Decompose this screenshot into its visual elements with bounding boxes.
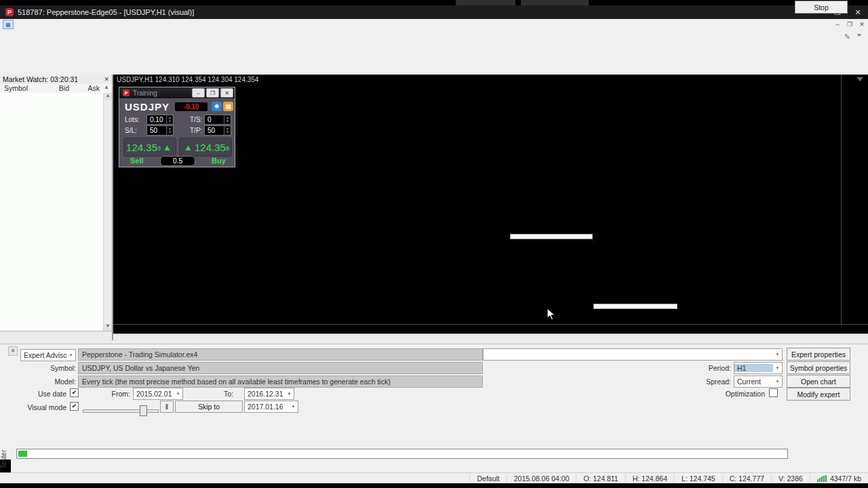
optimization-checkbox[interactable] bbox=[769, 388, 778, 397]
strategy-tester-panel: ✕ Expert Advisor▾ Pepperstone - Trading … bbox=[0, 344, 868, 447]
column-symbol[interactable]: Symbol bbox=[4, 84, 28, 92]
tester-panel-tab[interactable]: Tester bbox=[0, 445, 11, 472]
use-date-checkbox[interactable]: ✔ bbox=[70, 388, 79, 397]
pin-icon[interactable]: ✎ bbox=[844, 33, 850, 41]
line-studies-toolbar bbox=[0, 55, 868, 66]
training-minimize-button[interactable]: – bbox=[192, 88, 205, 98]
expert-advisor-selector[interactable]: Expert Advisor▾ bbox=[20, 349, 76, 361]
ts-spinner[interactable]: ▲▼ bbox=[224, 115, 231, 124]
optimization-label: Optimization bbox=[719, 390, 765, 398]
period-label: Period: bbox=[681, 364, 731, 372]
training-title: Training bbox=[133, 89, 157, 97]
child-minimize-button[interactable]: – bbox=[831, 21, 844, 28]
chart-context-menu bbox=[510, 234, 593, 239]
statusbar: Default 2015.08.06 04:00 O: 124.811 H: 1… bbox=[0, 472, 868, 483]
visual-mode-label: Visual mode bbox=[12, 403, 66, 411]
trailing-stop-input[interactable]: 0▲▼ bbox=[204, 115, 231, 125]
panel-grid-icon[interactable]: ▦ bbox=[223, 102, 233, 111]
column-ask[interactable]: Ask bbox=[87, 84, 100, 92]
buy-price-button[interactable]: ▲ 124.358 bbox=[179, 138, 232, 157]
ts-label: T/S: bbox=[190, 116, 202, 123]
visual-speed-slider[interactable] bbox=[83, 409, 159, 413]
tester-progress-row bbox=[0, 447, 868, 460]
market-watch-column-headers[interactable]: Symbol Bid Ask ▲ bbox=[0, 84, 112, 94]
app-logo-icon: P bbox=[5, 8, 14, 16]
market-watch-title: Market Watch: 03:20:31 bbox=[3, 75, 78, 83]
chat-icon[interactable]: ❞ bbox=[857, 33, 861, 41]
status-volume: V: 2386 bbox=[771, 474, 810, 483]
status-profile[interactable]: Default bbox=[469, 474, 506, 483]
status-high: H: 124.864 bbox=[625, 474, 674, 483]
period-selector[interactable]: H1▾ bbox=[734, 362, 783, 374]
scroll-end-marker-icon bbox=[856, 77, 863, 81]
expert-properties-button[interactable]: Expert properties bbox=[787, 348, 850, 361]
close-button[interactable]: ✕ bbox=[848, 5, 868, 19]
column-bid[interactable]: Bid bbox=[59, 84, 69, 92]
from-date-input[interactable]: 2015.02.01▾ bbox=[133, 388, 183, 400]
status-low: L: 124.745 bbox=[674, 474, 722, 483]
market-watch-panel: Market Watch: 03:20:31 ✕ Symbol Bid Ask … bbox=[0, 75, 113, 340]
training-titlebar[interactable]: P Training – ❐ ✕ bbox=[119, 87, 235, 98]
spread-display: 0.5 bbox=[160, 156, 195, 166]
status-open: O: 124.811 bbox=[576, 474, 625, 483]
price-axis[interactable] bbox=[841, 75, 868, 324]
model-field[interactable]: Every tick (the most precise method base… bbox=[78, 375, 483, 388]
sl-spinner[interactable]: ▲▼ bbox=[166, 126, 173, 135]
model-label: Model: bbox=[27, 378, 76, 386]
settings-gear-icon[interactable]: ✱ bbox=[212, 102, 222, 111]
test-progress-bar bbox=[16, 449, 788, 459]
window-title: 518787: Pepperstone-Edge05 - [USDJPY,H1 … bbox=[18, 8, 194, 16]
menubar: ▦ – ❐ ✕ bbox=[0, 19, 868, 30]
symbol-label: Symbol: bbox=[27, 364, 76, 372]
training-close-button[interactable]: ✕ bbox=[220, 88, 233, 98]
modify-expert-button[interactable]: Modify expert bbox=[787, 388, 850, 401]
sell-price-button[interactable]: 124.353 ▲ bbox=[123, 138, 176, 157]
bottom-black-strip bbox=[0, 483, 868, 488]
take-profit-input[interactable]: 50▲▼ bbox=[204, 125, 231, 136]
open-chart-button[interactable]: Open chart bbox=[787, 375, 850, 388]
sell-button[interactable]: Sell bbox=[130, 157, 144, 165]
spread-label: Spread: bbox=[681, 378, 731, 386]
chart-window-icon[interactable]: ▦ bbox=[3, 20, 14, 29]
buy-button[interactable]: Buy bbox=[212, 157, 226, 165]
market-watch-close-icon[interactable]: ✕ bbox=[104, 76, 109, 83]
mouse-cursor bbox=[547, 308, 556, 321]
child-close-button[interactable]: ✕ bbox=[856, 21, 868, 28]
pause-button[interactable]: ‖ bbox=[160, 401, 174, 413]
lots-spinner[interactable]: ▲▼ bbox=[166, 115, 173, 124]
skip-date-input[interactable]: 2017.01.16▾ bbox=[244, 401, 298, 413]
lots-label: Lots: bbox=[125, 116, 140, 123]
to-date-input[interactable]: 2016.12.31▾ bbox=[244, 388, 294, 400]
lots-input[interactable]: 0.10▲▼ bbox=[146, 115, 174, 125]
symbol-properties-button[interactable]: Symbol properties bbox=[787, 361, 850, 374]
market-watch-scrollbar[interactable]: ▲ ▼ bbox=[103, 93, 112, 331]
periodicity-toolbar bbox=[0, 65, 868, 75]
market-watch-tabs bbox=[0, 331, 112, 341]
secondary-selector[interactable]: ▾ bbox=[483, 348, 783, 361]
time-axis[interactable] bbox=[113, 324, 868, 334]
scroll-up-icon[interactable]: ▲ bbox=[104, 93, 112, 100]
visual-mode-checkbox[interactable]: ✔ bbox=[70, 402, 79, 411]
buy-up-arrow-icon: ▲ bbox=[184, 142, 193, 152]
top-black-strip bbox=[0, 0, 868, 5]
child-restore-button[interactable]: ❐ bbox=[844, 21, 856, 28]
chart-tab-bar bbox=[0, 333, 868, 344]
test-progress-fill bbox=[18, 451, 27, 457]
symbol-field[interactable]: USDJPY, US Dollar vs Japanese Yen bbox=[78, 362, 483, 374]
training-trade-panel: P Training – ❐ ✕ USDJPY -0.10 ✱ ▦ Lots: … bbox=[119, 87, 235, 167]
template-submenu bbox=[593, 304, 677, 309]
use-date-label: Use date bbox=[12, 390, 66, 398]
connection-bars-icon bbox=[817, 475, 827, 482]
scroll-down-icon[interactable]: ▼ bbox=[104, 323, 112, 331]
spread-selector[interactable]: Current▾ bbox=[734, 375, 783, 388]
stop-loss-input[interactable]: 50▲▼ bbox=[146, 125, 174, 136]
sort-icon[interactable]: ▲ bbox=[104, 84, 109, 90]
visual-speed-slider-thumb[interactable] bbox=[140, 405, 147, 416]
stop-button[interactable]: Stop bbox=[795, 1, 848, 14]
market-watch-header: Market Watch: 03:20:31 ✕ bbox=[0, 75, 112, 85]
training-restore-button[interactable]: ❐ bbox=[206, 88, 219, 98]
tp-spinner[interactable]: ▲▼ bbox=[224, 126, 231, 135]
tester-close-icon[interactable]: ✕ bbox=[8, 346, 18, 356]
skip-to-button[interactable]: Skip to bbox=[175, 401, 243, 413]
sell-up-arrow-icon: ▲ bbox=[163, 142, 172, 152]
